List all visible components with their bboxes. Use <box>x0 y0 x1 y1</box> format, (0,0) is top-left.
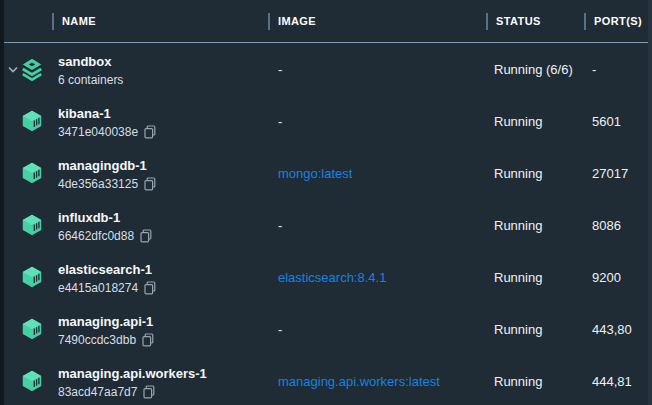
name-text: elasticsearch-1 e4415a018274 <box>58 259 156 296</box>
name-text: managing.api.workers-1 83acd47aa7d7 <box>58 363 207 400</box>
name-cell: managingdb-1 4de356a33125 <box>0 147 268 199</box>
image-name: - <box>278 114 282 129</box>
name-cell: elasticsearch-1 e4415a018274 <box>0 251 268 303</box>
ports-text: 5601 <box>592 114 621 129</box>
image-name: - <box>278 218 282 233</box>
image-link[interactable]: managing.api.workers:latest <box>278 374 440 389</box>
ports-text: 8086 <box>592 218 621 233</box>
container-id: 83acd47aa7d7 <box>58 385 137 400</box>
image-cell: - <box>268 218 486 233</box>
container-cube-icon <box>20 265 44 289</box>
column-header-label: STATUS <box>496 15 541 27</box>
image-link[interactable]: elasticsearch:8.4.1 <box>278 270 386 285</box>
image-cell: mongo:latest <box>268 166 486 181</box>
container-id: 3471e040038e <box>58 125 138 140</box>
table-row[interactable]: sandbox 6 containers - Running (6/6) - <box>0 43 652 95</box>
column-divider <box>268 13 270 30</box>
ports-cell: 8086 <box>584 218 652 233</box>
column-divider <box>52 13 54 30</box>
ports-text: - <box>592 62 596 77</box>
copy-icon[interactable] <box>142 333 154 347</box>
ports-cell: - <box>584 62 652 77</box>
column-divider <box>584 13 586 30</box>
table-row[interactable]: managing.api-1 7490ccdc3dbb - Running 44… <box>0 303 652 355</box>
status-cell: Running (6/6) <box>486 62 584 77</box>
column-divider <box>486 13 488 30</box>
ports-cell: 27017 <box>584 166 652 181</box>
copy-icon[interactable] <box>144 125 156 139</box>
ports-text: 443,80 <box>592 322 632 337</box>
status-cell: Running <box>486 374 584 389</box>
column-header-image: IMAGE <box>268 0 486 42</box>
status-cell: Running <box>486 114 584 129</box>
name-cell: kibana-1 3471e040038e <box>0 95 268 147</box>
image-cell: elasticsearch:8.4.1 <box>268 270 486 285</box>
container-name: influxdb-1 <box>58 210 120 225</box>
ports-cell: 444,81 <box>584 374 652 389</box>
container-name: managing.api-1 <box>58 314 153 329</box>
name-cell: managing.api.workers-1 83acd47aa7d7 <box>0 355 268 405</box>
ports-text: 9200 <box>592 270 621 285</box>
name-text: kibana-1 3471e040038e <box>58 103 156 140</box>
status-text: Running <box>494 374 542 389</box>
name-text: managingdb-1 4de356a33125 <box>58 155 156 192</box>
container-id: 66462dfc0d88 <box>58 229 134 244</box>
table-row[interactable]: managingdb-1 4de356a33125 mongo:latest R… <box>0 147 652 199</box>
status-text: Running (6/6) <box>494 62 573 77</box>
name-text: influxdb-1 66462dfc0d88 <box>58 207 152 244</box>
status-text: Running <box>494 218 542 233</box>
ports-cell: 443,80 <box>584 322 652 337</box>
column-header-status: STATUS <box>486 0 584 42</box>
image-cell: managing.api.workers:latest <box>268 374 486 389</box>
name-cell: sandbox 6 containers <box>0 43 268 95</box>
container-id: e4415a018274 <box>58 281 138 296</box>
ports-cell: 5601 <box>584 114 652 129</box>
compose-stack-icon <box>20 57 44 81</box>
containers-table: NAME IMAGE STATUS PORT(S) sandbox 6 cont… <box>0 0 652 405</box>
column-header-label: NAME <box>62 15 96 27</box>
name-cell: managing.api-1 7490ccdc3dbb <box>0 303 268 355</box>
ports-cell: 9200 <box>584 270 652 285</box>
copy-icon[interactable] <box>144 177 156 191</box>
status-text: Running <box>494 166 542 181</box>
table-row[interactable]: managing.api.workers-1 83acd47aa7d7 mana… <box>0 355 652 405</box>
container-id: 6 containers <box>58 73 123 88</box>
container-cube-icon <box>20 109 44 133</box>
status-text: Running <box>494 322 542 337</box>
column-header-label: PORT(S) <box>594 15 642 27</box>
copy-icon[interactable] <box>140 229 152 243</box>
container-id: 4de356a33125 <box>58 177 138 192</box>
table-body: sandbox 6 containers - Running (6/6) - k… <box>0 43 652 405</box>
ports-text: 27017 <box>592 166 628 181</box>
status-cell: Running <box>486 270 584 285</box>
status-cell: Running <box>486 218 584 233</box>
chevron-down-icon[interactable] <box>6 66 20 73</box>
scrollbar-track[interactable] <box>648 0 652 405</box>
copy-icon[interactable] <box>143 385 155 399</box>
container-cube-icon <box>20 213 44 237</box>
status-cell: Running <box>486 322 584 337</box>
status-cell: Running <box>486 166 584 181</box>
image-cell: - <box>268 62 486 77</box>
image-cell: - <box>268 322 486 337</box>
container-name: managingdb-1 <box>58 158 147 173</box>
name-cell: influxdb-1 66462dfc0d88 <box>0 199 268 251</box>
container-name: kibana-1 <box>58 106 111 121</box>
image-link[interactable]: mongo:latest <box>278 166 352 181</box>
table-row[interactable]: kibana-1 3471e040038e - Running 5601 <box>0 95 652 147</box>
image-name: - <box>278 322 282 337</box>
container-name: sandbox <box>58 54 111 69</box>
container-id: 7490ccdc3dbb <box>58 333 136 348</box>
name-text: managing.api-1 7490ccdc3dbb <box>58 311 154 348</box>
table-row[interactable]: elasticsearch-1 e4415a018274 elasticsear… <box>0 251 652 303</box>
container-cube-icon <box>20 369 44 393</box>
name-text: sandbox 6 containers <box>58 51 123 88</box>
left-edge-divider <box>0 0 4 405</box>
container-cube-icon <box>20 317 44 341</box>
copy-icon[interactable] <box>144 281 156 295</box>
column-header-label: IMAGE <box>278 15 316 27</box>
column-header-ports: PORT(S) <box>584 0 652 42</box>
column-header-name: NAME <box>0 0 268 42</box>
table-row[interactable]: influxdb-1 66462dfc0d88 - Running 8086 <box>0 199 652 251</box>
image-name: - <box>278 62 282 77</box>
